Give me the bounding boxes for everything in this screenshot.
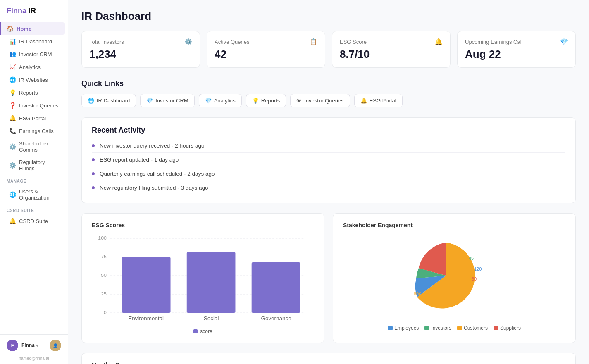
sidebar: Finna IR 🏠 Home 📊 IR Dashboard 👥 Investo… xyxy=(0,0,68,364)
legend-color-investors xyxy=(424,326,429,330)
esg-bar-chart-area: 100 75 50 25 0 Environmental S xyxy=(92,234,314,325)
kpi-icon-3: 💎 xyxy=(560,38,568,45)
sidebar-label-reports: Reports xyxy=(19,90,38,96)
svg-text:50: 50 xyxy=(101,273,107,278)
recent-activity-title: Recent Activity xyxy=(92,126,565,135)
kpi-header-0: Total Investors ⚙️ xyxy=(89,38,192,45)
brand-first: Finna xyxy=(7,7,26,15)
activity-text-3: New regulatory filing submitted - 3 days… xyxy=(100,185,208,191)
legend-employees: Employees xyxy=(388,325,419,331)
analytics-icon: 📈 xyxy=(9,64,16,70)
sidebar-item-users-org[interactable]: 🌐 Users & Organization xyxy=(2,186,65,204)
sidebar-label-investor-crm: Investor CRM xyxy=(19,51,52,57)
user-info: Finna ▾ xyxy=(21,343,46,348)
sidebar-item-analytics[interactable]: 📈 Analytics xyxy=(2,61,65,73)
ql-label-2: Analytics xyxy=(214,98,236,104)
legend-color-employees xyxy=(388,326,393,330)
recent-activity-card: Recent Activity New investor query recei… xyxy=(81,117,576,203)
legend-label-investors: Investors xyxy=(431,325,451,331)
shareholder-comms-icon: ⚙️ xyxy=(9,143,16,150)
esg-portal-icon: 🔔 xyxy=(9,115,16,121)
sidebar-label-ir-dashboard: IR Dashboard xyxy=(19,38,52,45)
sidebar-item-home[interactable]: 🏠 Home xyxy=(0,22,65,35)
chevron-down-icon: ▾ xyxy=(36,343,38,348)
kpi-label-3: Upcoming Earnings Call xyxy=(465,39,522,45)
activity-text-0: New investor query received - 2 hours ag… xyxy=(100,143,205,149)
activity-item-3: New regulatory filing submitted - 3 days… xyxy=(92,181,565,195)
ir-dashboard-icon: 📊 xyxy=(9,38,16,45)
legend-color-suppliers xyxy=(494,326,498,330)
sidebar-label-earnings-calls: Earnings Calls xyxy=(19,128,54,134)
quick-link-esg-portal[interactable]: 🔔 ESG Portal xyxy=(354,94,403,107)
ql-icon-5: 🔔 xyxy=(360,98,367,104)
sidebar-label-home: Home xyxy=(17,26,31,32)
quick-link-reports[interactable]: 💡 Reports xyxy=(246,94,286,107)
sidebar-item-earnings-calls[interactable]: 📞 Earnings Calls xyxy=(2,125,65,137)
esg-legend-label: score xyxy=(200,328,212,334)
sidebar-item-ir-dashboard[interactable]: 📊 IR Dashboard xyxy=(2,35,65,48)
bar-governance xyxy=(252,262,300,313)
kpi-header-1: Active Queries 📋 xyxy=(215,38,317,45)
monthly-progress-card: Monthly Progress 36 xyxy=(81,353,576,364)
pie-chart-svg: 45 120 60 800 xyxy=(401,234,491,317)
kpi-label-1: Active Queries xyxy=(215,39,250,45)
quick-link-investor-queries[interactable]: 👁 Investor Queries xyxy=(290,94,350,107)
stakeholder-chart-title: Stakeholder Engagement xyxy=(343,222,565,228)
csrd-suite-icon: 🔔 xyxy=(9,218,16,224)
avatar: F xyxy=(7,340,18,351)
sidebar-footer: F Finna ▾ 👤 xyxy=(0,334,68,356)
sidebar-item-csrd-suite[interactable]: 🔔 CSRD Suite xyxy=(2,215,65,227)
legend-color-customers xyxy=(457,326,462,330)
activity-dot-3 xyxy=(92,186,95,189)
svg-text:Social: Social xyxy=(204,316,219,321)
brand-logo: Finna IR xyxy=(0,0,68,20)
sidebar-item-investor-queries[interactable]: ❓ Investor Queries xyxy=(2,99,65,112)
stakeholder-chart-card: Stakeholder Engagement xyxy=(333,213,576,343)
sidebar-label-shareholder-comms: Shareholder Comms xyxy=(19,140,59,153)
kpi-earnings-call: Upcoming Earnings Call 💎 Aug 22 xyxy=(457,31,576,68)
ql-label-1: Investor CRM xyxy=(155,98,188,104)
kpi-icon-1: 📋 xyxy=(310,38,317,45)
ql-icon-3: 💡 xyxy=(252,98,259,104)
sidebar-item-regulatory-filings[interactable]: ⚙️ Regulatory Filings xyxy=(2,156,65,174)
kpi-value-3: Aug 22 xyxy=(465,48,568,61)
sidebar-item-reports[interactable]: 💡 Reports xyxy=(2,86,65,99)
pie-legend: Employees Investors Customers Suppliers xyxy=(388,325,521,331)
activity-item-0: New investor query received - 2 hours ag… xyxy=(92,139,565,153)
sidebar-item-ir-websites[interactable]: 🌐 IR Websites xyxy=(2,74,65,86)
sidebar-nav: 🏠 Home 📊 IR Dashboard 👥 Investor CRM 📈 A… xyxy=(0,20,68,334)
svg-text:25: 25 xyxy=(101,291,107,296)
kpi-esg-score: ESG Score 🔔 8.7/10 xyxy=(332,31,451,68)
home-icon: 🏠 xyxy=(7,25,13,32)
esg-chart-legend: score xyxy=(92,328,314,334)
ql-icon-4: 👁 xyxy=(296,98,302,104)
sidebar-label-regulatory-filings: Regulatory Filings xyxy=(19,159,59,171)
user-email: hamed@finna.ai xyxy=(0,356,68,364)
kpi-row: Total Investors ⚙️ 1,234 Active Queries … xyxy=(81,31,576,68)
sidebar-label-users-org: Users & Organization xyxy=(19,188,59,201)
pie-container: 45 120 60 800 xyxy=(401,234,508,321)
ql-label-0: IR Dashboard xyxy=(97,98,130,104)
activity-dot-0 xyxy=(92,144,95,147)
quick-link-investor-crm[interactable]: 💎 Investor CRM xyxy=(140,94,194,107)
quick-link-analytics[interactable]: 💎 Analytics xyxy=(199,94,242,107)
charts-row: ESG Scores 100 75 50 25 0 xyxy=(81,213,576,343)
quick-links-title: Quick Links xyxy=(81,79,576,88)
pie-label-investors: 45 xyxy=(469,256,474,261)
kpi-icon-0: ⚙️ xyxy=(184,38,192,45)
legend-investors: Investors xyxy=(424,325,451,331)
activity-dot-2 xyxy=(92,172,95,175)
bar-social xyxy=(187,252,236,313)
reports-icon: 💡 xyxy=(9,89,16,96)
sidebar-label-ir-websites: IR Websites xyxy=(19,77,48,83)
svg-text:75: 75 xyxy=(101,254,107,259)
sidebar-item-shareholder-comms[interactable]: ⚙️ Shareholder Comms xyxy=(2,138,65,156)
activity-dot-1 xyxy=(92,158,95,161)
quick-link-ir-dashboard[interactable]: 🌐 IR Dashboard xyxy=(81,94,136,107)
sidebar-item-esg-portal[interactable]: 🔔 ESG Portal xyxy=(2,112,65,124)
activity-text-2: Quarterly earnings call scheduled - 2 da… xyxy=(100,171,215,177)
kpi-total-investors: Total Investors ⚙️ 1,234 xyxy=(81,31,200,68)
kpi-header-3: Upcoming Earnings Call 💎 xyxy=(465,38,568,45)
activity-text-1: ESG report updated - 1 day ago xyxy=(100,157,179,163)
sidebar-item-investor-crm[interactable]: 👥 Investor CRM xyxy=(2,48,65,60)
